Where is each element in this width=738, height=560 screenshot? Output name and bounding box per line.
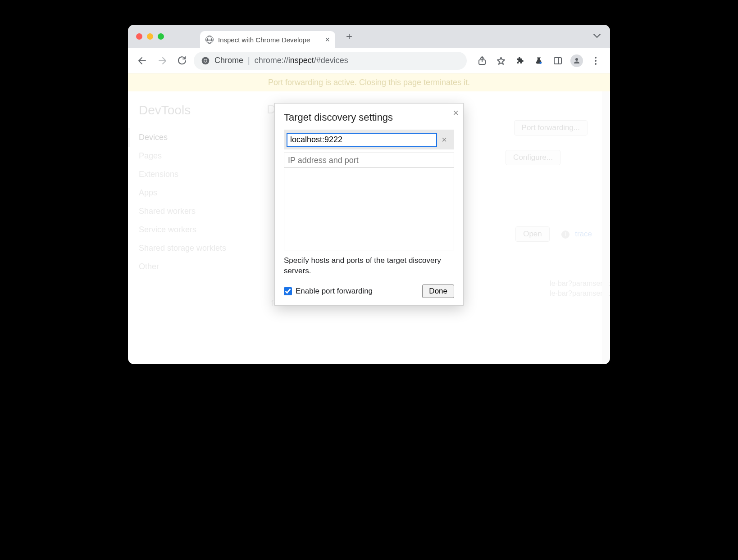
menu-icon[interactable] <box>588 53 604 69</box>
svg-marker-7 <box>497 57 505 64</box>
window-controls <box>136 33 164 40</box>
toolbar: Chrome | chrome://inspect/#devices <box>128 48 610 73</box>
chrome-icon <box>201 56 210 65</box>
address-bar[interactable]: Chrome | chrome://inspect/#devices <box>194 52 467 70</box>
bookmark-icon[interactable] <box>493 53 509 69</box>
reload-button[interactable] <box>174 53 190 69</box>
target-discovery-dialog: × Target discovery settings × Specify ho… <box>274 103 464 306</box>
profile-button[interactable] <box>569 53 585 69</box>
dialog-footer: Enable port forwarding Done <box>284 285 454 298</box>
delete-entry-icon[interactable]: × <box>437 133 451 147</box>
url-path: chrome://inspect/#devices <box>255 56 348 65</box>
close-dialog-icon[interactable]: × <box>453 107 459 119</box>
close-window-button[interactable] <box>136 33 142 40</box>
minimize-window-button[interactable] <box>147 33 153 40</box>
target-address-placeholder-input[interactable] <box>284 153 454 168</box>
dialog-title: Target discovery settings <box>284 112 454 123</box>
share-icon[interactable] <box>474 53 490 69</box>
svg-point-11 <box>575 58 578 61</box>
browser-window: Inspect with Chrome Develope × + Chrome … <box>128 25 610 364</box>
maximize-window-button[interactable] <box>158 33 164 40</box>
browser-tab[interactable]: Inspect with Chrome Develope × <box>200 31 335 48</box>
done-button[interactable]: Done <box>422 285 454 298</box>
extensions-icon[interactable] <box>512 53 528 69</box>
target-list-area <box>284 169 454 250</box>
new-tab-button[interactable]: + <box>342 29 357 44</box>
tab-strip: Inspect with Chrome Develope × + <box>128 25 610 48</box>
enable-port-forwarding-text: Enable port forwarding <box>296 287 373 296</box>
enable-port-forwarding-label[interactable]: Enable port forwarding <box>284 287 373 296</box>
tab-title: Inspect with Chrome Develope <box>218 36 320 44</box>
url-separator: | <box>248 56 250 65</box>
svg-rect-9 <box>554 58 561 64</box>
target-new-row <box>284 151 454 169</box>
svg-point-12 <box>595 57 597 59</box>
side-panel-icon[interactable] <box>550 53 566 69</box>
svg-point-13 <box>595 60 597 62</box>
tabs-dropdown-icon[interactable] <box>588 30 606 43</box>
svg-point-14 <box>595 63 597 65</box>
forward-button[interactable] <box>154 53 170 69</box>
svg-point-8 <box>540 62 542 64</box>
url-scheme: Chrome <box>214 56 243 65</box>
avatar-icon <box>570 54 583 67</box>
enable-port-forwarding-checkbox[interactable] <box>284 287 292 295</box>
globe-icon <box>205 36 214 44</box>
labs-icon[interactable] <box>531 53 547 69</box>
target-address-input[interactable] <box>287 133 437 147</box>
back-button[interactable] <box>134 53 150 69</box>
target-entry-row: × <box>284 130 454 149</box>
svg-point-4 <box>204 59 206 62</box>
dialog-help-text: Specify hosts and ports of the target di… <box>284 256 454 276</box>
close-tab-icon[interactable]: × <box>325 35 330 45</box>
